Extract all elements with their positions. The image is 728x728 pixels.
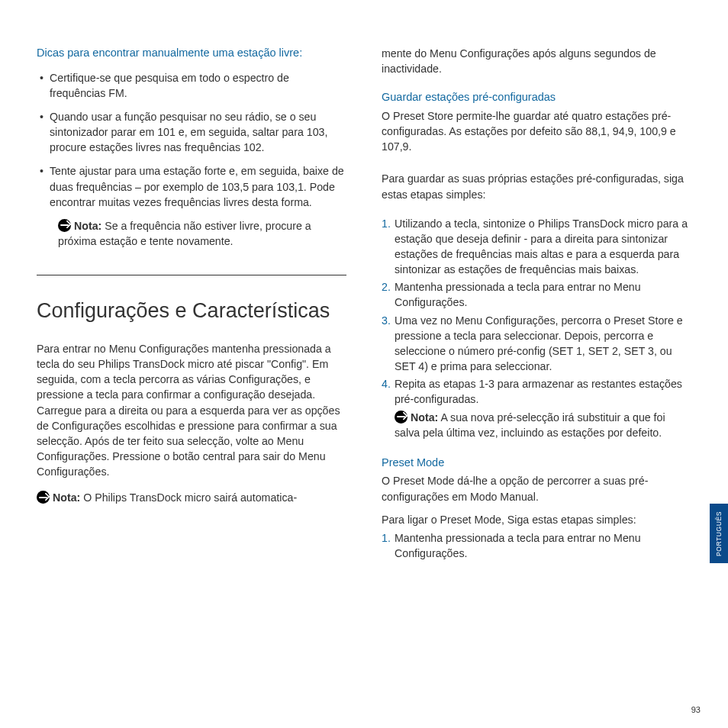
step-item: 2.Mantenha pressionada a tecla para entr… (382, 279, 691, 310)
language-tab: PORTUGUÊS (710, 504, 728, 563)
steps-note: Nota: A sua nova pré-selecção irá substi… (382, 410, 691, 440)
note-block-2: Nota: O Philips TransDock micro sairá au… (37, 490, 346, 505)
continuation-paragraph: mente do Menu Configurações após alguns … (382, 46, 691, 76)
step-item: 1.Mantenha pressionada a tecla para entr… (382, 530, 691, 561)
intro-paragraph: Para entrar no Menu Configurações manten… (37, 341, 346, 479)
step-text: Repita as etapas 1-3 para armazenar as r… (395, 378, 682, 405)
tips-heading: Dicas para encontrar manualmente uma est… (37, 46, 346, 61)
step-number: 1. (382, 530, 391, 546)
tips-item: Tente ajustar para uma estação forte e, … (38, 163, 346, 209)
step-text: Utilizando a tecla, sintonize o Philips … (395, 217, 688, 275)
preset-steps: 1.Utilizando a tecla, sintonize o Philip… (382, 216, 691, 407)
note-label: Nota: (74, 220, 101, 232)
page-content: Dicas para encontrar manualmente uma est… (0, 0, 728, 594)
note-body: O Philips TransDock micro sairá automati… (83, 491, 297, 504)
step-text: Uma vez no Menu Configurações, percorra … (395, 314, 683, 372)
step-number: 4. (382, 376, 391, 391)
step-text: Mantenha pressionada a tecla para entrar… (395, 532, 641, 559)
step-item: 3.Uma vez no Menu Configurações, percorr… (382, 313, 691, 375)
step-item: 1.Utilizando a tecla, sintonize o Philip… (382, 216, 691, 278)
mode-steps: 1.Mantenha pressionada a tecla para entr… (382, 530, 691, 561)
preset-store-heading: Guardar estações pré-configuradas (382, 90, 691, 105)
mode-intro: O Preset Mode dá-lhe a opção de percorre… (382, 473, 691, 504)
tips-list: Certifique-se que pesquisa em todo o esp… (37, 70, 346, 210)
left-column: Dicas para encontrar manualmente uma est… (37, 46, 346, 563)
preset-follow: Para guardar as suas próprias estações p… (382, 171, 691, 201)
note-label: Nota: (53, 491, 83, 504)
note-label: Nota: (411, 411, 438, 424)
right-column: mente do Menu Configurações após alguns … (382, 46, 691, 563)
preset-mode-heading: Preset Mode (382, 456, 691, 471)
tips-item: Quando usar a função pesquisar no seu rá… (38, 109, 346, 155)
page-number: 93 (691, 705, 701, 714)
step-number: 2. (382, 279, 391, 295)
note-icon (37, 491, 50, 504)
section-divider (37, 275, 346, 275)
note-icon (395, 411, 407, 424)
spacer (382, 440, 691, 456)
step-number: 3. (382, 313, 391, 328)
note-icon (58, 219, 71, 232)
tips-item: Certifique-se que pesquisa em todo o esp… (38, 70, 346, 101)
mode-follow: Para ligar o Preset Mode, Siga estas eta… (382, 512, 691, 527)
step-number: 1. (382, 216, 391, 231)
note-block: Nota: Se a frequência não estiver livre,… (37, 218, 346, 249)
preset-intro: O Preset Store permite-lhe guardar até q… (382, 108, 691, 154)
step-item: 4.Repita as etapas 1-3 para armazenar as… (382, 376, 691, 407)
section-title: Configurações e Características (37, 298, 346, 324)
step-text: Mantenha pressionada a tecla para entrar… (395, 281, 641, 308)
